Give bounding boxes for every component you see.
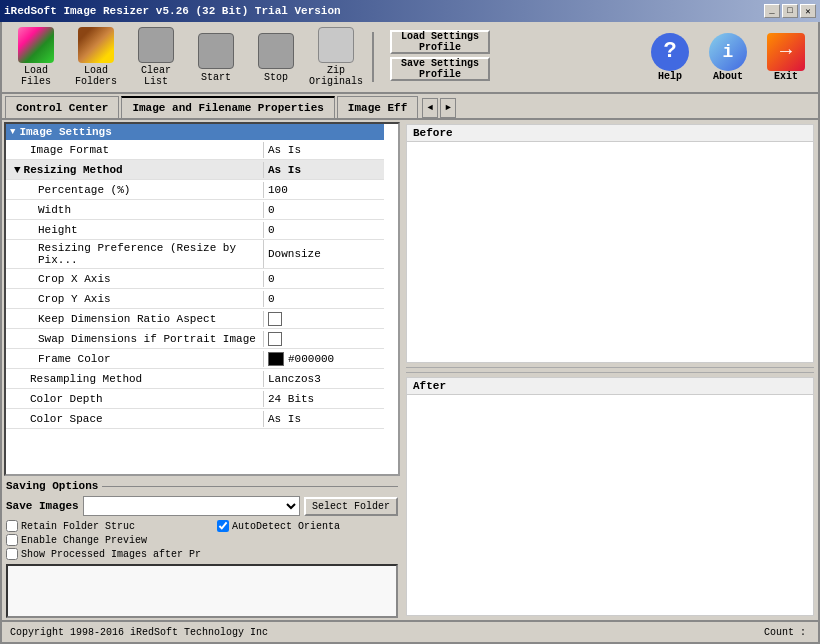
about-icon: i <box>709 33 747 71</box>
keep-dim-checkbox[interactable] <box>268 312 282 326</box>
load-files-button[interactable]: Load Files <box>8 27 64 87</box>
tab-image-filename[interactable]: Image and Filename Properties <box>121 96 334 118</box>
prop-label-resampling: Resampling Method <box>6 371 264 387</box>
prop-row-swap-dim: Swap Dimensions if Portrait Image <box>6 329 384 349</box>
prop-label-crop-y: Crop Y Axis <box>6 291 264 307</box>
exit-button[interactable]: → Exit <box>760 27 812 87</box>
prop-value-width: 0 <box>264 202 384 218</box>
settings-section: Load Settings Profile Save Settings Prof… <box>390 30 490 84</box>
prop-value-resize-pref: Downsize <box>264 246 384 262</box>
prop-row-color-depth: Color Depth 24 Bits <box>6 389 384 409</box>
show-processed-label: Show Processed Images after Pr <box>21 549 201 560</box>
enable-preview-checkbox-item: Enable Change Preview <box>6 534 201 546</box>
preview-divider <box>406 367 814 373</box>
retain-folder-checkbox-item: Retain Folder Struc <box>6 520 201 532</box>
prop-value-crop-x: 0 <box>264 271 384 287</box>
after-preview: After <box>406 377 814 616</box>
zip-originals-button[interactable]: Zip Originals <box>308 27 364 87</box>
tab-bar: Control Center Image and Filename Proper… <box>2 94 818 120</box>
prop-value-percentage: 100 <box>264 182 384 198</box>
load-folders-icon <box>77 27 115 63</box>
prop-row-resizing-method: ▼ Resizing Method As Is <box>6 160 384 180</box>
save-images-label: Save Images <box>6 500 79 512</box>
tab-image-eff[interactable]: Image Eff <box>337 96 418 118</box>
stop-button[interactable]: Stop <box>248 27 304 87</box>
window-controls: _ □ ✕ <box>764 4 816 18</box>
load-files-icon <box>17 27 55 63</box>
prop-row-crop-x: Crop X Axis 0 <box>6 269 384 289</box>
after-label: After <box>407 378 813 395</box>
autodetect-checkbox[interactable] <box>217 520 229 532</box>
swap-dim-checkbox[interactable] <box>268 332 282 346</box>
right-toolbar: ? Help i About → Exit <box>644 27 812 87</box>
close-button[interactable]: ✕ <box>800 4 816 18</box>
select-folder-button[interactable]: Select Folder <box>304 497 398 516</box>
save-images-dropdown[interactable] <box>83 496 300 516</box>
saving-options-header: Saving Options <box>6 480 398 492</box>
help-icon: ? <box>651 33 689 71</box>
title-bar: iRedSoft Image Resizer v5.26 (32 Bit) Tr… <box>0 0 820 22</box>
count-label: Count : <box>764 627 806 638</box>
prop-label-keep-dim: Keep Dimension Ratio Aspect <box>6 311 264 327</box>
enable-preview-label: Enable Change Preview <box>21 535 147 546</box>
save-settings-button[interactable]: Save Settings Profile <box>390 57 490 81</box>
window-title: iRedSoft Image Resizer v5.26 (32 Bit) Tr… <box>4 5 341 17</box>
copyright-text: Copyright 1998-2016 iRedSoft Technology … <box>10 627 268 638</box>
tab-arrow-right[interactable]: ► <box>440 98 456 118</box>
tab-arrow-left[interactable]: ◄ <box>422 98 438 118</box>
retain-folder-checkbox[interactable] <box>6 520 18 532</box>
clear-list-icon <box>137 27 175 63</box>
clear-list-button[interactable]: Clear List <box>128 27 184 87</box>
properties-header: ▼ Image Settings <box>6 124 384 140</box>
left-column: ▼ Image Settings Image Format As Is ▼ Re… <box>2 120 402 620</box>
prop-label-frame-color: Frame Color <box>6 351 264 367</box>
autodetect-checkbox-item: AutoDetect Orienta <box>217 520 340 532</box>
stop-icon <box>257 32 295 70</box>
prop-value-crop-y: 0 <box>264 291 384 307</box>
log-area <box>6 564 398 618</box>
frame-color-swatch[interactable] <box>268 352 284 366</box>
prop-label-image-format: Image Format <box>6 142 264 158</box>
frame-color-hex: #000000 <box>288 353 334 365</box>
prop-row-frame-color: Frame Color #000000 <box>6 349 384 369</box>
about-button[interactable]: i About <box>702 27 754 87</box>
prop-value-keep-dim[interactable] <box>264 310 384 328</box>
status-bar: Copyright 1998-2016 iRedSoft Technology … <box>2 620 818 642</box>
prop-label-color-space: Color Space <box>6 411 264 427</box>
enable-preview-checkbox[interactable] <box>6 534 18 546</box>
prop-value-resampling: Lanczos3 <box>264 371 384 387</box>
prop-row-keep-dim: Keep Dimension Ratio Aspect <box>6 309 384 329</box>
prop-row-width: Width 0 <box>6 200 384 220</box>
load-folders-button[interactable]: Load Folders <box>68 27 124 87</box>
help-button[interactable]: ? Help <box>644 27 696 87</box>
prop-row-resize-pref: Resizing Preference (Resize by Pix... Do… <box>6 240 384 269</box>
show-processed-checkbox-item: Show Processed Images after Pr <box>6 548 201 560</box>
prop-value-height: 0 <box>264 222 384 238</box>
prop-value-frame-color[interactable]: #000000 <box>264 350 384 368</box>
retain-folder-label: Retain Folder Struc <box>21 521 135 532</box>
prop-label-percentage: Percentage (%) <box>6 182 264 198</box>
properties-panel: ▼ Image Settings Image Format As Is ▼ Re… <box>4 122 400 476</box>
load-settings-button[interactable]: Load Settings Profile <box>390 30 490 54</box>
prop-label-width: Width <box>6 202 264 218</box>
prop-value-image-format: As Is <box>264 142 384 158</box>
exit-icon: → <box>767 33 805 71</box>
prop-value-swap-dim[interactable] <box>264 330 384 348</box>
prop-label-swap-dim: Swap Dimensions if Portrait Image <box>6 331 264 347</box>
saving-options-panel: Saving Options Save Images Select Folder <box>2 478 402 562</box>
minimize-button[interactable]: _ <box>764 4 780 18</box>
properties-scroll[interactable]: ▼ Image Settings Image Format As Is ▼ Re… <box>6 124 398 474</box>
start-icon <box>197 32 235 70</box>
maximize-button[interactable]: □ <box>782 4 798 18</box>
tab-control-center[interactable]: Control Center <box>5 96 119 118</box>
prop-row-image-format: Image Format As Is <box>6 140 384 160</box>
start-button[interactable]: Start <box>188 27 244 87</box>
prop-value-color-space: As Is <box>264 411 384 427</box>
before-label: Before <box>407 125 813 142</box>
count-area: Count : <box>764 627 810 638</box>
prop-label-resizing-method: ▼ Resizing Method <box>6 162 264 178</box>
right-column: Before After <box>402 120 818 620</box>
prop-label-height: Height <box>6 222 264 238</box>
show-processed-checkbox[interactable] <box>6 548 18 560</box>
prop-row-crop-y: Crop Y Axis 0 <box>6 289 384 309</box>
